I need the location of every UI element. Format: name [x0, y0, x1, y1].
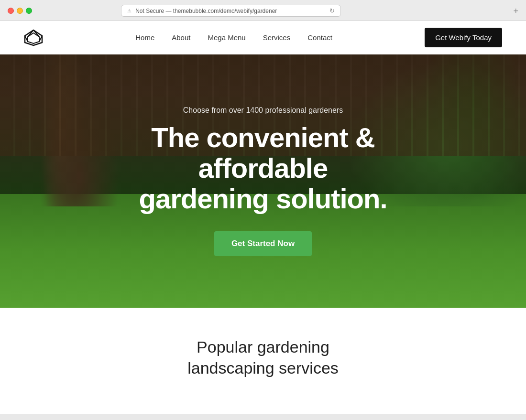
navbar: Home About Mega Menu Services Contact Ge…	[0, 21, 526, 54]
nav-link-about[interactable]: About	[172, 33, 190, 42]
hero-title-line2: gardening solution.	[139, 183, 387, 214]
traffic-lights	[8, 8, 32, 14]
close-button[interactable]	[8, 8, 14, 14]
nav-item-home[interactable]: Home	[135, 33, 154, 42]
nav-link-services[interactable]: Services	[263, 33, 291, 42]
logo[interactable]	[24, 29, 43, 46]
new-tab-button[interactable]: +	[513, 7, 518, 15]
not-secure-icon: ⚠	[127, 8, 132, 13]
hero-subtitle: Choose from over 1400 professional garde…	[105, 106, 421, 115]
below-fold-title-line2: landscaping services	[187, 359, 339, 377]
browser-chrome: ⚠ Not Secure — themebubble.com/demo/webi…	[0, 0, 526, 21]
minimize-button[interactable]	[17, 8, 23, 14]
hero-title: The convenient & affordable gardening so…	[105, 122, 421, 214]
nav-item-mega-menu[interactable]: Mega Menu	[208, 33, 245, 42]
website-content: Home About Mega Menu Services Contact Ge…	[0, 21, 526, 414]
nav-item-contact[interactable]: Contact	[307, 33, 332, 42]
nav-link-mega-menu[interactable]: Mega Menu	[208, 33, 245, 42]
below-fold-title-line1: Popular gardening	[197, 338, 329, 356]
url-text: Not Secure — themebubble.com/demo/webify…	[135, 8, 277, 14]
nav-link-home[interactable]: Home	[135, 33, 154, 42]
logo-icon	[24, 29, 43, 46]
hero-title-line1: The convenient & affordable	[151, 122, 374, 183]
nav-cta-button[interactable]: Get Webify Today	[425, 28, 502, 47]
nav-link-contact[interactable]: Contact	[307, 33, 332, 42]
hero-cta-button[interactable]: Get Started Now	[214, 231, 312, 256]
address-bar[interactable]: ⚠ Not Secure — themebubble.com/demo/webi…	[121, 5, 341, 17]
below-fold-title: Popular gardening landscaping services	[10, 336, 516, 378]
below-fold-section: Popular gardening landscaping services	[0, 308, 526, 398]
maximize-button[interactable]	[26, 8, 32, 14]
hero-section: Choose from over 1400 professional garde…	[0, 54, 526, 308]
nav-links: Home About Mega Menu Services Contact	[135, 33, 332, 42]
nav-item-services[interactable]: Services	[263, 33, 291, 42]
nav-item-about[interactable]: About	[172, 33, 190, 42]
refresh-icon[interactable]: ↻	[329, 7, 335, 14]
hero-content: Choose from over 1400 professional garde…	[96, 106, 430, 256]
